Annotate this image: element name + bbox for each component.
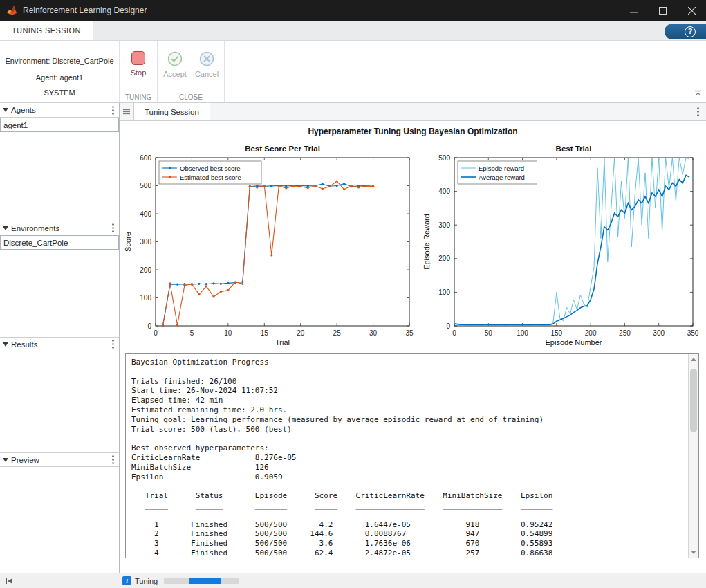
panel-header-results[interactable]: Results: [0, 337, 119, 351]
svg-text:30: 30: [369, 329, 378, 337]
svg-text:100: 100: [517, 329, 528, 337]
console-scrollbar[interactable]: [688, 354, 698, 558]
svg-text:Episode Reward: Episode Reward: [422, 214, 431, 270]
best-score-per-trial-chart: 051015202530350100200300400500600Best Sc…: [122, 140, 418, 348]
progress-console: Bayesian Optimization Progress Trials fi…: [125, 353, 699, 558]
cancel-button[interactable]: Cancel: [191, 51, 223, 78]
document-bar-actions-icon[interactable]: [120, 103, 133, 120]
svg-text:20: 20: [297, 329, 305, 337]
help-icon: ?: [685, 26, 696, 37]
svg-text:Episode reward: Episode reward: [479, 165, 524, 172]
maximize-icon: [659, 7, 667, 15]
toolstrip-section-tuning: Stop TUNING: [120, 41, 158, 102]
svg-text:50: 50: [485, 329, 493, 337]
close-button[interactable]: [677, 0, 706, 21]
cancel-x-icon: [199, 51, 214, 66]
panel-title: Preview: [11, 456, 110, 464]
tab-tuning-session-document[interactable]: Tuning Session: [133, 103, 210, 120]
collapse-arrow-icon: [3, 108, 8, 112]
panel-menu-icon[interactable]: [110, 223, 116, 232]
tuning-status-group: i Tuning: [122, 576, 239, 585]
ribbon-tab-strip: TUNING SESSION ?: [0, 21, 706, 41]
svg-text:Trial: Trial: [275, 338, 290, 347]
svg-text:200: 200: [585, 329, 597, 337]
svg-text:0: 0: [154, 329, 158, 337]
status-bar: i Tuning: [0, 573, 706, 588]
document-area: Tuning Session Hyperparameter Tuning Usi…: [120, 103, 706, 573]
panel-header-agents[interactable]: Agents: [0, 103, 119, 118]
progress-bar-fill: [189, 578, 221, 584]
svg-text:Score: Score: [124, 232, 132, 252]
svg-text:300: 300: [653, 329, 665, 337]
environment-label: Environment: Discrete_CartPole: [0, 53, 119, 69]
stop-button-label: Stop: [131, 68, 147, 77]
tuning-progress-bar: [164, 578, 239, 584]
svg-text:500: 500: [438, 154, 450, 162]
accept-button[interactable]: Accept: [159, 51, 191, 78]
svg-text:0: 0: [452, 329, 456, 337]
panel-menu-icon[interactable]: [110, 455, 116, 464]
panel-title: Agents: [11, 106, 110, 114]
svg-text:150: 150: [551, 329, 563, 337]
svg-text:500: 500: [140, 182, 151, 190]
panel-menu-icon[interactable]: [110, 340, 116, 349]
svg-text:0: 0: [147, 322, 151, 330]
environments-panel-body: Discrete_CartPole: [0, 235, 119, 337]
panel-header-environments[interactable]: Environments: [0, 221, 119, 235]
svg-text:Best Trial: Best Trial: [556, 145, 592, 153]
svg-text:Estimated best score: Estimated best score: [180, 174, 241, 181]
agent-list-item[interactable]: agent1: [0, 118, 119, 132]
scroll-down-icon[interactable]: [689, 547, 698, 558]
panel-title: Environments: [11, 224, 110, 232]
close-icon: [688, 7, 696, 15]
collapse-toolstrip-icon: [694, 90, 702, 97]
help-button[interactable]: ?: [665, 24, 706, 39]
accept-button-label: Accept: [163, 70, 187, 78]
svg-text:35: 35: [405, 329, 414, 337]
tab-tuning-session[interactable]: TUNING SESSION: [0, 21, 93, 40]
section-label-system: SYSTEM: [0, 84, 119, 101]
charts-row: 051015202530350100200300400500600Best Sc…: [120, 140, 706, 348]
svg-text:Episode Number: Episode Number: [546, 338, 602, 347]
cancel-button-label: Cancel: [195, 70, 219, 78]
document-tab-bar: Tuning Session: [120, 103, 706, 121]
svg-text:100: 100: [140, 294, 151, 302]
skip-to-start-icon: [5, 578, 13, 585]
panel-header-preview[interactable]: Preview: [0, 452, 119, 467]
collapse-arrow-icon: [3, 458, 8, 462]
environment-list-item[interactable]: Discrete_CartPole: [0, 235, 119, 250]
svg-text:600: 600: [140, 154, 151, 162]
scrollbar-thumb[interactable]: [690, 369, 697, 432]
panel-title: Results: [11, 340, 110, 349]
svg-text:10: 10: [224, 329, 232, 337]
restore-panel-button[interactable]: [5, 578, 13, 585]
minimize-button[interactable]: [619, 0, 648, 21]
panel-menu-icon[interactable]: [110, 106, 116, 115]
scrollbar-track[interactable]: [689, 365, 698, 547]
svg-text:15: 15: [261, 329, 269, 337]
svg-text:300: 300: [438, 221, 450, 229]
collapse-arrow-icon: [3, 226, 8, 230]
svg-text:Observed best score: Observed best score: [180, 165, 241, 172]
stop-icon: [131, 51, 145, 65]
tuning-session-document: Hyperparameter Tuning Using Bayesian Opt…: [120, 121, 706, 573]
collapse-toolstrip-button[interactable]: [694, 87, 702, 100]
best-trial-chart: 0501001502002503003500100200300400500Bes…: [421, 140, 702, 348]
maximize-button[interactable]: [648, 0, 677, 21]
collapse-arrow-icon: [3, 342, 8, 347]
app-window: Reinforcement Learning Designer TUNING S…: [0, 0, 706, 588]
stop-button[interactable]: Stop: [122, 51, 154, 77]
svg-text:400: 400: [438, 187, 450, 195]
title-bar: Reinforcement Learning Designer: [0, 0, 706, 21]
scroll-up-icon[interactable]: [689, 354, 698, 365]
svg-text:100: 100: [438, 288, 450, 296]
svg-text:350: 350: [687, 329, 699, 337]
svg-text:25: 25: [333, 329, 342, 337]
figure-title: Hyperparameter Tuning Using Bayesian Opt…: [120, 127, 706, 140]
document-menu-icon[interactable]: [690, 103, 706, 120]
window-title: Reinforcement Learning Designer: [23, 6, 619, 15]
agent-label: Agent: agent1: [0, 69, 119, 86]
svg-text:400: 400: [140, 210, 151, 218]
sidebar: Agents agent1 Environments Discrete_Cart…: [0, 103, 120, 573]
svg-text:0: 0: [446, 322, 450, 330]
